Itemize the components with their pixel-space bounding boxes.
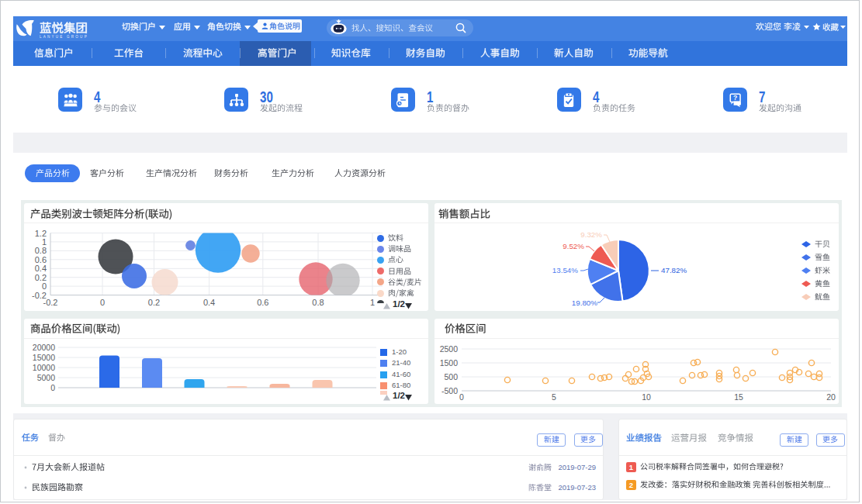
svg-text:?: ?: [733, 94, 737, 102]
